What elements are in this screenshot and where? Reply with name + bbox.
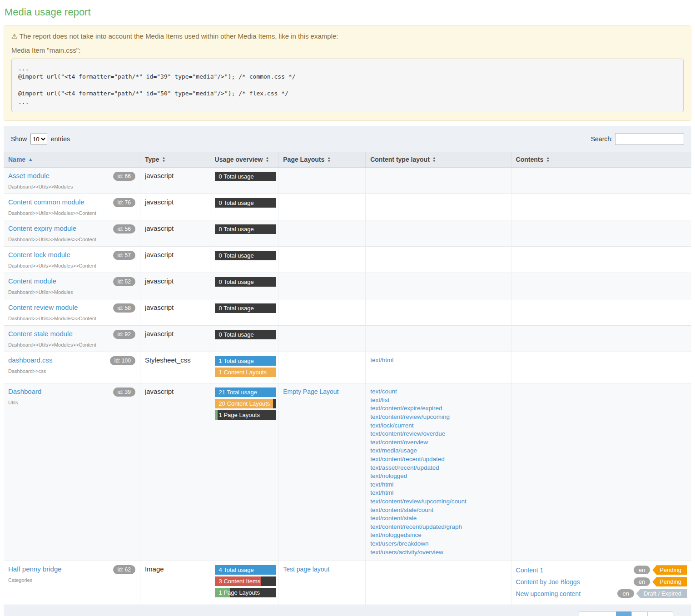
datatable-toolbar: Show 10 entries Search: (4, 126, 691, 152)
column-header-content-type-layout[interactable]: Content type layout▲▼ (366, 152, 511, 168)
search-input[interactable] (615, 133, 684, 145)
usage-bar-label: 1 Total usage (215, 356, 276, 366)
page-layout-link[interactable]: Empty Page Layout (283, 387, 361, 396)
id-badge: id: 58 (113, 303, 135, 313)
contents-cell (511, 383, 691, 561)
media-item-link[interactable]: Half penny bridge (8, 565, 62, 573)
usage-bar: 1 Total usage (215, 356, 276, 366)
table-row: Content common moduleid: 76Dashboard>>Ut… (4, 194, 691, 220)
content-type-layout-link[interactable]: text/nologgedsince (370, 531, 506, 540)
content-type-layout-link[interactable]: text/content/overview (370, 438, 506, 447)
content-type-layout-link[interactable]: text/media/usage (370, 447, 506, 455)
table-row: dashboard.cssid: 100Dashboard>>cssStyles… (4, 352, 691, 383)
content-type-layout-link[interactable]: text/content/review/upcoming (370, 413, 506, 422)
content-link[interactable]: New upcoming content (516, 590, 618, 597)
content-type-layout-link[interactable]: text/html (370, 481, 506, 489)
contents-cell (511, 220, 691, 247)
page-layouts-cell (278, 168, 366, 194)
column-header-contents[interactable]: Contents▲▼ (511, 152, 691, 168)
content-type-layout-link[interactable]: text/users/breakdown (370, 540, 506, 548)
usage-bar-label: 0 Total usage (215, 224, 276, 234)
content-type-layout-link[interactable]: text/asset/recent/updated (370, 464, 506, 472)
content-type-layout-link[interactable]: text/content/stale/count (370, 506, 506, 515)
page-button-2[interactable]: 2 (631, 611, 648, 616)
contents-cell (511, 299, 691, 326)
usage-bar: 4 Total usage (215, 565, 276, 575)
usage-cell: 0 Total usage (210, 299, 278, 326)
breadcrumb: Dashboard>>Utils>>Modules>>Content (8, 237, 135, 242)
usage-bar-label: 1 Content Layouts (215, 368, 276, 377)
sort-both-icon: ▲▼ (546, 156, 550, 163)
breadcrumb: Dashboard>>Utils>>Modules (8, 289, 135, 295)
column-header-name[interactable]: Name▲ (4, 152, 140, 168)
content-item: Content 1enPending (516, 565, 687, 575)
column-label: Content type layout (370, 156, 430, 163)
table-row: Content expiry moduleid: 56Dashboard>>Ut… (4, 220, 691, 247)
column-header-page-layouts[interactable]: Page Layouts▲▼ (278, 152, 366, 168)
show-label: Show (11, 135, 27, 143)
page-layout-link[interactable]: Test page layout (283, 565, 361, 574)
content-type-layout-link[interactable]: text/count (370, 387, 506, 396)
media-item-link[interactable]: Asset module (8, 172, 50, 179)
usage-bar-label: 21 Total usage (215, 387, 276, 397)
content-type-layout-cell (366, 168, 511, 194)
media-item-link[interactable]: dashboard.css (8, 356, 53, 364)
usage-bar: 1 Page Layouts (215, 588, 276, 597)
content-type-layout-link[interactable]: text/html (370, 489, 506, 497)
media-item-link[interactable]: Dashboard (8, 387, 41, 395)
sort-both-icon: ▲▼ (162, 156, 166, 163)
usage-bar: 0 Total usage (215, 198, 276, 208)
datatable-footer: Showing 1 to 10 of 20 entries Previous12… (4, 605, 691, 616)
name-cell: Half penny bridgeid: 62Categories (4, 561, 140, 605)
content-type-layout-link[interactable]: text/list (370, 396, 506, 405)
breadcrumb: Dashboard>>Utils>>Modules>>Content (8, 316, 135, 321)
media-item-link[interactable]: Content lock module (8, 251, 70, 258)
type-cell: javascript (140, 194, 210, 220)
contents-cell (511, 247, 691, 273)
content-type-layout-cell (366, 299, 511, 326)
page-button-previous[interactable]: Previous (579, 611, 616, 616)
content-link[interactable]: Content by Joe Bloggs (516, 578, 634, 586)
name-cell: Dashboardid: 39Utils (4, 383, 140, 561)
warning-text: The report does not take into account th… (19, 32, 338, 40)
usage-bar: 0 Total usage (215, 303, 276, 313)
table-row: Dashboardid: 39Utilsjavascript21 Total u… (4, 383, 691, 561)
type-cell: Stylesheet_css (140, 352, 210, 383)
media-item-link[interactable]: Content module (8, 277, 56, 285)
usage-bar: 0 Total usage (215, 224, 276, 234)
media-item-link[interactable]: Content stale module (8, 330, 73, 338)
page-length-select[interactable]: 10 (30, 134, 47, 144)
content-type-layout-link[interactable]: text/content/review/overdue (370, 430, 506, 438)
page-button-next[interactable]: Next (647, 611, 673, 616)
content-type-layout-link[interactable]: text/lock/current (370, 422, 506, 430)
content-type-layout-link[interactable]: text/content/stale (370, 514, 506, 523)
content-type-layout-link[interactable]: text/content/review/upcoming/count (370, 497, 506, 506)
id-badge: id: 66 (113, 172, 135, 181)
content-type-layout-cell (366, 194, 511, 220)
type-cell: javascript (140, 273, 210, 299)
media-item-link[interactable]: Content expiry module (8, 224, 76, 232)
name-cell: Asset moduleid: 66Dashboard>>Utils>>Modu… (4, 168, 140, 194)
type-cell: javascript (140, 168, 210, 194)
usage-bar: 0 Total usage (215, 330, 276, 339)
id-badge: id: 76 (113, 198, 135, 207)
content-type-layout-cell (366, 220, 511, 247)
column-header-usage-overview[interactable]: Usage overview▲▼ (210, 152, 278, 168)
content-type-layout-link[interactable]: text/content/recent/updated/graph (370, 523, 506, 532)
content-type-layout-link[interactable]: text/nologged (370, 472, 506, 481)
warning-panel: ⚠The report does not take into account t… (4, 25, 691, 121)
content-type-layout-link[interactable]: text/html (370, 356, 506, 365)
media-item-link[interactable]: Content common module (8, 198, 84, 206)
column-header-type[interactable]: Type▲▼ (140, 152, 210, 168)
warning-icon: ⚠ (11, 32, 17, 40)
page-button-1[interactable]: 1 (616, 611, 632, 616)
usage-bar-label: 0 Total usage (215, 330, 276, 339)
usage-bar-label: 0 Total usage (215, 172, 276, 181)
column-label: Type (145, 156, 159, 163)
content-type-layout-link[interactable]: text/content/expire/expired (370, 404, 506, 413)
content-link[interactable]: Content 1 (516, 566, 634, 574)
content-type-layout-link[interactable]: text/users/activity/overview (370, 548, 506, 557)
media-item-link[interactable]: Content review module (8, 303, 78, 311)
content-type-layout-link[interactable]: text/content/recent/updated (370, 455, 506, 464)
id-badge: id: 62 (113, 565, 135, 574)
